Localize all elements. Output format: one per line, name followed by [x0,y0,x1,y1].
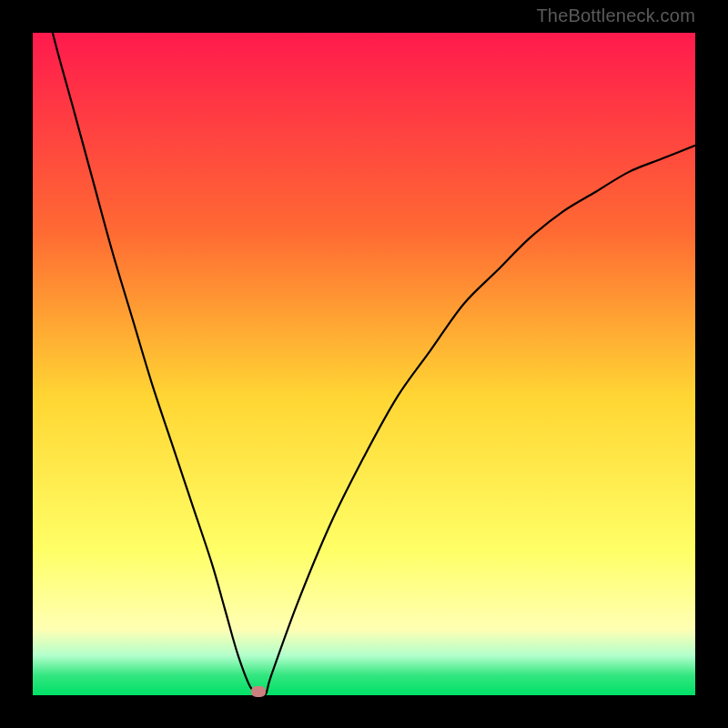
plot-area [33,33,695,695]
bottleneck-curve [33,33,695,695]
optimal-marker [251,686,266,697]
chart-frame: TheBottleneck.com [0,0,728,728]
watermark-text: TheBottleneck.com [536,5,695,26]
